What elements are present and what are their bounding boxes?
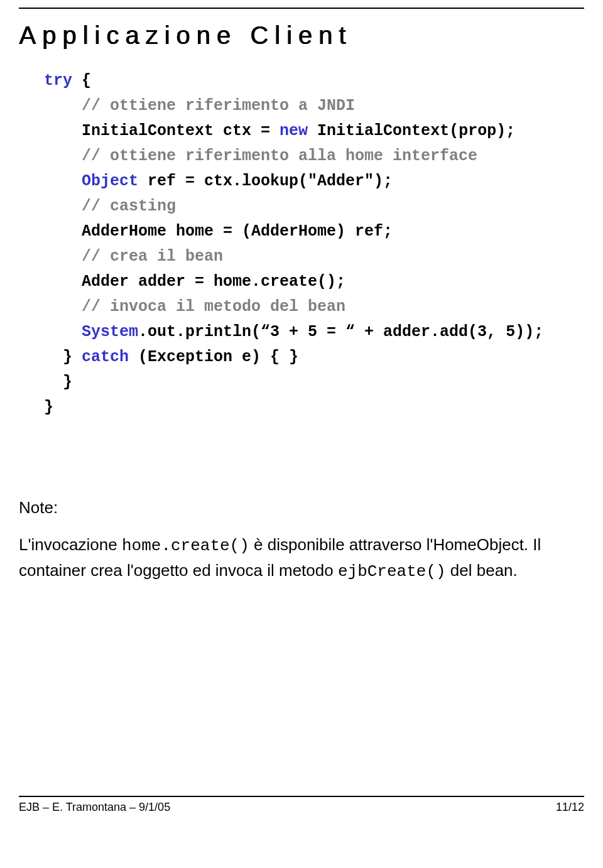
notes-mono: ejbCreate() <box>338 562 446 581</box>
code-text: InitialContext ctx = <box>82 122 280 140</box>
code-text: .out.println(“3 + 5 = “ + adder.add(3, 5… <box>138 323 543 341</box>
code-type-system: System <box>82 323 138 341</box>
code-text: ref = ctx.lookup("Adder"); <box>138 172 393 190</box>
notes-mono: home.create() <box>122 536 249 555</box>
notes-label: Note: <box>19 496 584 520</box>
code-text: } <box>44 398 53 416</box>
page-title: Applicazione Client <box>19 21 584 50</box>
code-type-object: Object <box>82 172 138 190</box>
code-kw-try: try <box>44 72 72 90</box>
notes-text: del bean. <box>446 561 518 580</box>
code-comment: // casting <box>82 197 176 215</box>
code-comment: // ottiene riferimento alla home interfa… <box>82 147 477 165</box>
footer-row: EJB – E. Tramontana – 9/1/05 11/12 <box>19 801 584 814</box>
code-text: } <box>63 348 82 366</box>
code-kw-new: new <box>280 122 308 140</box>
footer-left: EJB – E. Tramontana – 9/1/05 <box>19 801 170 814</box>
top-rule <box>19 8 584 9</box>
code-comment: // invoca il metodo del bean <box>82 298 345 316</box>
code-text: } <box>44 373 72 391</box>
footer-right: 11/12 <box>556 801 584 814</box>
page-footer: EJB – E. Tramontana – 9/1/05 11/12 <box>19 785 584 814</box>
notes-text: L'invocazione <box>19 535 122 554</box>
code-comment: // crea il bean <box>82 247 223 266</box>
notes-section: Note: L'invocazione home.create() è disp… <box>19 496 584 584</box>
code-text: InitialContext(prop); <box>308 122 515 140</box>
code-comment: // ottiene riferimento a JNDI <box>82 97 355 115</box>
code-text: (Exception e) { } <box>129 348 298 366</box>
code-kw-catch: catch <box>82 348 129 366</box>
code-block: try { // ottiene riferimento a JNDI Init… <box>44 68 584 420</box>
bottom-rule <box>19 796 584 797</box>
code-text: AdderHome home = (AdderHome) ref; <box>82 222 393 241</box>
notes-paragraph: L'invocazione home.create() è disponibil… <box>19 533 584 584</box>
code-text: Adder adder = home.create(); <box>82 273 345 291</box>
code-text: { <box>72 72 91 90</box>
page: Applicazione Client try { // ottiene rif… <box>0 8 603 827</box>
